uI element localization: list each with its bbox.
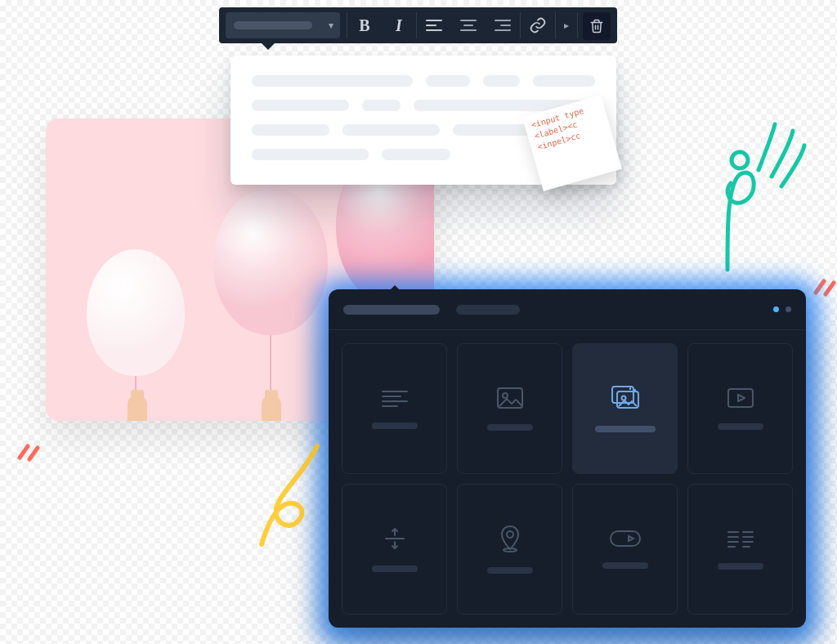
columns-icon [727,529,754,548]
block-tile-label [487,424,533,431]
block-tile-columns[interactable] [687,484,793,615]
svg-point-27 [504,548,517,552]
block-tile-label [595,426,656,432]
text-line [252,75,595,87]
svg-rect-23 [728,389,753,407]
align-left-button[interactable] [417,7,451,43]
red-dash-1 [16,441,41,463]
text-placeholder [453,124,595,136]
dot-primary [773,306,779,312]
block-tile-label [372,423,418,429]
text-placeholder [252,75,413,87]
bold-icon: B [359,16,369,35]
block-tile-spacer[interactable] [342,484,447,615]
map-pin-icon [499,525,521,552]
block-tile-map[interactable] [457,484,562,615]
text-placeholder [252,124,329,136]
spacer-icon [383,526,407,551]
video-icon [727,387,754,409]
picker-tab-0[interactable] [343,305,440,315]
svg-marker-24 [738,395,745,401]
block-tile-video[interactable] [687,343,793,474]
text-block[interactable]: <input type <label><c <inpel>cc [231,56,616,185]
text-placeholder [382,149,450,160]
svg-line-3 [816,281,824,293]
more-button[interactable]: ▸ [556,7,577,43]
text-line [252,124,595,136]
trash-icon [589,19,604,34]
hand-1 [128,395,147,421]
block-tile-label [718,563,763,570]
text-line [252,149,595,160]
svg-line-2 [29,448,38,459]
image-icon [496,387,524,409]
picker-header [329,289,806,330]
link-button[interactable] [521,7,555,43]
text-placeholder [414,100,595,111]
style-select[interactable]: ▾ [226,12,340,38]
block-tile-label [718,423,763,430]
block-tile-image[interactable] [457,343,562,474]
delete-button[interactable] [583,12,611,40]
svg-point-26 [507,531,513,538]
text-placeholder [483,75,521,87]
block-tile-text[interactable] [342,343,447,474]
balloon-1 [87,249,185,376]
button-icon [609,530,642,548]
hand-2 [262,395,281,421]
text-line [252,100,595,111]
svg-point-19 [503,393,508,398]
ok-hand-scribble [695,106,817,278]
svg-line-4 [826,283,834,294]
separator [577,12,578,38]
text-placeholder [533,75,595,87]
align-right-button[interactable] [486,7,520,43]
block-tile-button[interactable] [572,484,678,615]
align-left-icon [426,19,442,32]
svg-line-1 [20,446,28,458]
chevron-down-icon: ▾ [329,20,333,31]
yellow-squiggle [245,441,335,548]
link-icon [529,16,547,34]
svg-rect-28 [611,531,640,546]
block-tile-gallery[interactable] [572,343,678,474]
align-center-icon [460,19,477,32]
block-picker [329,289,806,628]
editor-toolbar: ▾ B I ▸ [219,7,617,43]
italic-button[interactable]: I [382,7,416,43]
align-right-icon [495,19,511,32]
bold-button[interactable]: B [347,7,382,43]
gallery-icon [609,385,642,411]
text-placeholder [342,124,440,136]
caret-right-icon: ▸ [564,20,569,31]
text-placeholder [362,100,401,111]
picker-tab-1[interactable] [456,305,520,315]
text-placeholder [426,75,469,87]
svg-point-0 [732,152,748,168]
balloon-2 [213,188,328,335]
italic-icon: I [396,16,402,35]
block-tile-label [602,562,648,569]
block-tile-label [372,566,418,572]
text-placeholder [252,149,369,160]
window-dots [773,306,791,312]
text-placeholder [252,100,349,111]
svg-marker-29 [629,536,633,541]
text-icon [381,388,409,408]
svg-point-21 [621,396,625,400]
align-center-button[interactable] [451,7,486,43]
style-select-value [234,21,312,29]
block-tile-label [487,567,533,574]
dot-secondary [786,306,791,312]
